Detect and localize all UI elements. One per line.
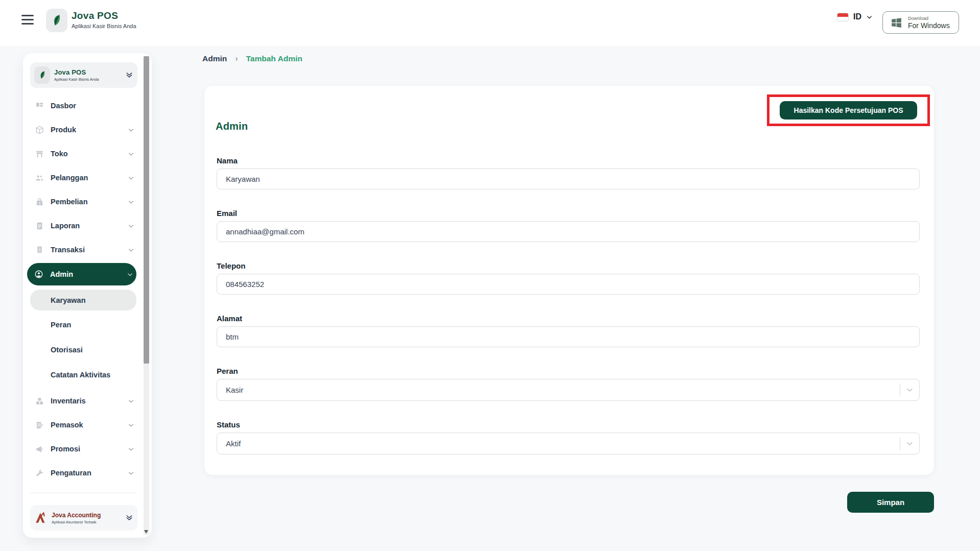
sidebar-item-label: Promosi [51,445,80,453]
breadcrumb: Admin › Tambah Admin [202,54,302,63]
field-nama: Nama [217,156,920,197]
sidebar-item-label: Admin [50,270,73,278]
top-header: Jova POS Aplikasi Kasir Bisnis Anda ID D… [0,0,980,46]
sidebar-jova-pos-logo-icon [34,66,50,84]
peran-select[interactable]: Kasir [217,379,920,401]
sidebar-item-pengaturan[interactable]: Pengaturan [30,464,137,482]
sidebar-item-label: Dasbor [51,102,76,110]
customers-icon [35,174,44,182]
chevron-down-icon [128,446,134,452]
jova-accounting-card[interactable]: Jova Accounting Aplikasi Akuntansi Terba… [30,505,137,531]
report-icon [35,222,44,230]
app-window: Jova POS Aplikasi Kasir Bisnis Anda ID D… [0,0,980,551]
chevron-down-icon [128,422,134,428]
download-button-text: Download For Windows [908,16,950,30]
language-selector[interactable]: ID [837,12,873,21]
jova-accounting-title: Jova Accounting [52,512,101,519]
purchase-icon: $ [35,198,44,206]
sidebar-item-label: Pemasok [51,421,83,429]
jova-accounting-logo-icon [34,511,48,524]
indonesia-flag-icon [837,13,849,21]
chevron-down-icon [128,223,134,229]
sidebar-item-pembelian[interactable]: $ Pembelian [30,193,137,210]
generate-pos-approval-code-button[interactable]: Hasilkan Kode Persetujuan POS [780,101,918,119]
chevron-down-icon [128,127,134,133]
sidebar-brand-text: Jova POS Aplikasi Kasir Bisnis Anda [54,68,99,82]
chevron-down-icon [906,440,914,447]
sidebar-subitem-label: Catatan Aktivitas [51,371,110,379]
save-button[interactable]: Simpan [847,492,934,513]
field-label: Alamat [217,314,920,323]
sidebar-item-partial [30,534,137,538]
sidebar-item-admin[interactable]: Admin [27,263,136,285]
chevron-down-icon [128,175,134,181]
sidebar-item-inventaris[interactable]: Inventaris [30,392,137,410]
collapse-sidebar-icon[interactable] [125,71,133,79]
download-for-windows-button[interactable]: Download For Windows [882,11,959,34]
chevron-down-icon [906,386,914,394]
breadcrumb-admin[interactable]: Admin [202,54,227,63]
nama-input[interactable] [217,169,920,189]
brand-tagline: Aplikasi Kasir Bisnis Anda [72,23,136,29]
sidebar-item-label: Pengaturan [51,469,91,477]
chevron-down-icon [127,271,133,278]
status-select[interactable]: Aktif [217,433,920,454]
sidebar-subitem-label: Karyawan [51,296,86,304]
sidebar-item-produk[interactable]: Produk [30,121,137,138]
inventory-icon [35,397,44,405]
jova-accounting-text: Jova Accounting Aplikasi Akuntansi Terba… [52,512,101,524]
sidebar-item-dasbor[interactable]: Dasbor [30,97,137,114]
admin-form: Nama Email Telepon Alamat Peran [217,156,920,467]
peran-selected-value: Kasir [226,386,243,394]
windows-logo-icon [890,16,903,29]
expand-accounting-icon[interactable] [125,514,133,522]
chevron-down-icon [128,247,134,253]
download-label-small: Download [908,16,950,21]
sidebar-subitem-karyawan[interactable]: Karyawan [30,290,136,310]
email-input[interactable] [217,221,920,242]
sidebar-item-toko[interactable]: Toko [30,145,137,162]
sidebar-brand-title: Jova POS [54,68,99,76]
sidebar-brand-tagline: Aplikasi Kasir Bisnis Anda [54,77,99,82]
field-label: Telepon [217,261,920,270]
field-status: Status Aktif [217,420,920,454]
sidebar-scrollbar-thumb[interactable] [144,56,149,364]
select-divider [900,384,900,396]
sidebar-item-label: Transaksi [51,246,85,254]
sidebar-subitem-peran[interactable]: Peran [30,316,137,333]
field-telepon: Telepon [217,261,920,302]
sidebar-item-transaksi[interactable]: $ Transaksi [30,241,137,258]
sidebar-scrollbar-down-arrow[interactable] [144,530,148,534]
alamat-input[interactable] [217,326,920,347]
sidebar-subitem-otorisasi[interactable]: Otorisasi [30,341,137,358]
store-icon [35,150,44,158]
field-label: Nama [217,156,920,165]
sidebar-item-label: Toko [51,150,68,158]
promo-icon [35,445,44,453]
status-selected-value: Aktif [226,439,241,448]
admin-icon [34,270,43,279]
chevron-down-icon [866,14,873,20]
telepon-input[interactable] [217,274,920,295]
field-label: Peran [217,367,920,375]
chevron-down-icon [128,398,134,404]
sidebar-item-pelanggan[interactable]: Pelanggan [30,169,137,186]
page-title: Admin [216,121,248,132]
dashboard-icon [35,102,44,110]
product-icon [35,126,44,134]
download-label-large: For Windows [908,21,950,30]
brand-title: Jova POS [72,10,136,21]
sidebar-brand-card[interactable]: Jova POS Aplikasi Kasir Bisnis Anda [30,62,137,88]
sidebar-item-laporan[interactable]: Laporan [30,217,137,234]
sidebar-subitem-catatan-aktivitas[interactable]: Catatan Aktivitas [30,366,137,384]
sidebar-divider [30,493,135,493]
admin-form-card: Admin Hasilkan Kode Persetujuan POS Nama… [204,86,934,475]
hamburger-menu-icon[interactable] [21,15,34,25]
sidebar-item-promosi[interactable]: Promosi [30,440,137,458]
sidebar-item-label: Inventaris [51,397,86,405]
chevron-down-icon [128,470,134,476]
sidebar-scrollbar[interactable] [144,56,149,535]
field-peran: Peran Kasir [217,367,920,408]
language-code: ID [853,12,861,21]
sidebar-item-pemasok[interactable]: Pemasok [30,416,137,434]
